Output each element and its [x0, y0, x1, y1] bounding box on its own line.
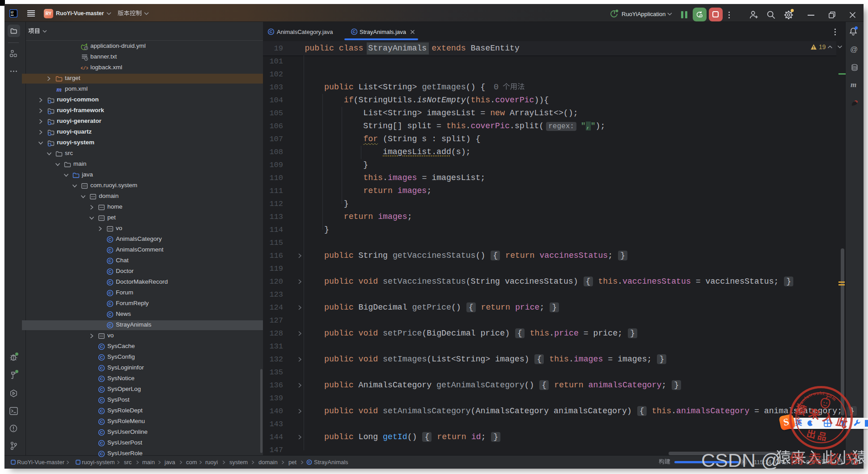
svg-text:m: m — [56, 86, 62, 93]
svg-text:C: C — [353, 29, 356, 34]
svg-text:C: C — [109, 247, 112, 252]
svg-text:C: C — [270, 29, 273, 34]
svg-text:C: C — [109, 290, 112, 295]
svg-text:C: C — [100, 355, 103, 360]
svg-text:</>: </> — [81, 66, 88, 71]
svg-text:C: C — [100, 398, 103, 403]
svg-text:C: C — [109, 269, 112, 274]
svg-text:C: C — [100, 387, 103, 392]
svg-text:C: C — [109, 280, 112, 285]
svg-text:C: C — [100, 430, 103, 435]
svg-text:C: C — [308, 460, 311, 464]
svg-text:C: C — [100, 344, 103, 349]
svg-text:C: C — [100, 365, 103, 370]
svg-text:IJ: IJ — [11, 11, 13, 14]
svg-text:C: C — [109, 301, 112, 306]
svg-text:C: C — [100, 419, 103, 424]
svg-text:C: C — [109, 323, 112, 327]
svg-text:C: C — [100, 408, 103, 413]
svg-text:C: C — [109, 312, 112, 317]
svg-text:C: C — [100, 376, 103, 381]
svg-text:C: C — [100, 440, 103, 445]
svg-text:C: C — [109, 258, 112, 263]
svg-text:C: C — [109, 237, 112, 242]
svg-text:C: C — [100, 451, 103, 456]
